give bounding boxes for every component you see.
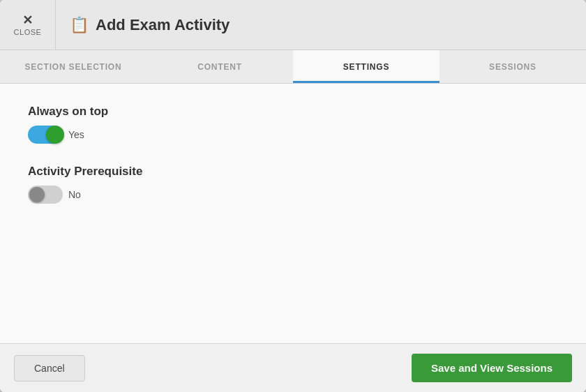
- activity-prerequisite-label: Activity Prerequisite: [28, 165, 558, 179]
- tab-content[interactable]: CONTENT: [146, 50, 293, 83]
- modal-footer: Cancel Save and View Sessions: [0, 343, 586, 392]
- cancel-button[interactable]: Cancel: [14, 355, 85, 382]
- always-on-top-toggle-row: Yes: [28, 126, 558, 144]
- activity-prerequisite-value: No: [68, 189, 81, 200]
- close-x-icon: ✕: [22, 14, 33, 27]
- save-and-view-sessions-button[interactable]: Save and View Sessions: [412, 354, 572, 382]
- always-on-top-value: Yes: [68, 129, 84, 140]
- activity-prerequisite-group: Activity Prerequisite No: [28, 165, 558, 204]
- activity-prerequisite-toggle[interactable]: [28, 186, 63, 204]
- close-button[interactable]: ✕ CLOSE: [0, 0, 56, 50]
- always-on-top-label: Always on top: [28, 105, 558, 119]
- activity-prerequisite-toggle-row: No: [28, 186, 558, 204]
- modal-header: ✕ CLOSE 📋 Add Exam Activity: [0, 0, 586, 50]
- always-on-top-group: Always on top Yes: [28, 105, 558, 144]
- header-title-area: 📋 Add Exam Activity: [56, 16, 230, 34]
- add-exam-activity-modal: ✕ CLOSE 📋 Add Exam Activity SECTION SELE…: [0, 0, 586, 392]
- always-on-top-toggle[interactable]: [28, 126, 63, 144]
- tab-settings[interactable]: SETTINGS: [293, 50, 440, 83]
- toggle-knob-prereq: [29, 187, 45, 202]
- tab-bar: SECTION SELECTION CONTENT SETTINGS SESSI…: [0, 50, 586, 84]
- tab-section-selection[interactable]: SECTION SELECTION: [0, 50, 146, 83]
- modal-body: Always on top Yes Activity Prerequisite …: [0, 84, 586, 343]
- exam-icon: 📋: [70, 16, 89, 34]
- toggle-knob: [46, 126, 64, 144]
- close-label: CLOSE: [14, 28, 42, 36]
- modal-title: Add Exam Activity: [96, 16, 230, 34]
- tab-sessions[interactable]: SESSIONS: [440, 50, 586, 83]
